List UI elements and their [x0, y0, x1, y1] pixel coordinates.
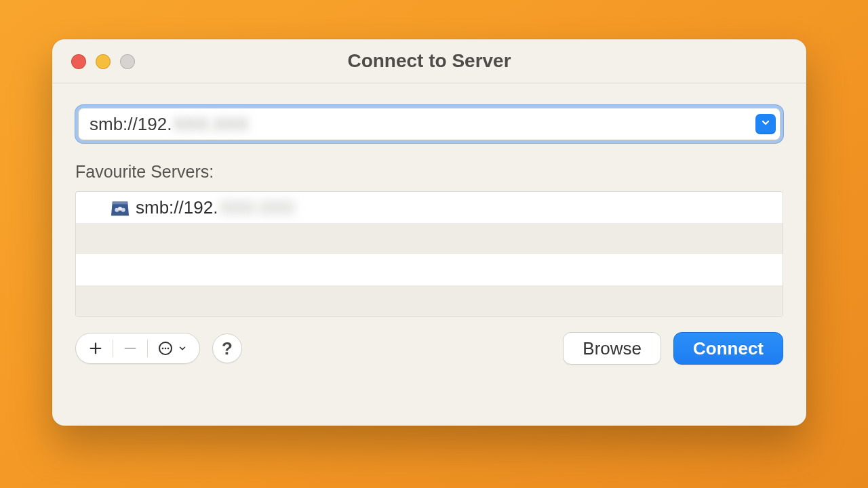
favourite-server-row-empty — [76, 285, 783, 317]
svg-point-8 — [165, 348, 167, 350]
server-address-prefix: smb://192. — [90, 114, 172, 134]
favourite-server-address: smb://192.XXX.XXX — [136, 197, 295, 218]
list-actions-group — [75, 333, 200, 364]
window-title: Connect to Server — [52, 50, 806, 72]
favourite-servers-list: smb://192.XXX.XXX — [75, 191, 783, 317]
footer-toolbar: ? Browse Connect — [75, 332, 783, 365]
favourite-server-row-empty — [76, 254, 783, 285]
server-address-value: smb://192.XXX.XXX — [90, 114, 249, 135]
server-address-obscured: XXX.XXX — [172, 114, 248, 135]
help-button[interactable]: ? — [212, 333, 242, 363]
chevron-down-icon — [760, 117, 771, 131]
svg-point-7 — [162, 348, 164, 350]
remove-favourite-button[interactable] — [123, 333, 138, 363]
connect-to-server-window: Connect to Server smb://192.XXX.XXX Favo… — [52, 39, 806, 426]
server-address-combobox[interactable]: smb://192.XXX.XXX — [78, 108, 781, 140]
titlebar: Connect to Server — [52, 39, 806, 83]
add-favourite-button[interactable] — [88, 333, 103, 363]
window-controls — [71, 54, 135, 69]
minus-icon — [123, 341, 138, 356]
server-icon — [110, 198, 130, 217]
zoom-window-button[interactable] — [120, 54, 135, 69]
favourite-server-row-empty — [76, 223, 783, 254]
favourite-server-obscured: XXX.XXX — [218, 197, 294, 218]
divider — [147, 340, 148, 357]
content-area: smb://192.XXX.XXX Favourite Servers: — [52, 83, 806, 426]
server-address-focus-ring: smb://192.XXX.XXX — [75, 105, 783, 143]
more-actions-button[interactable] — [157, 333, 187, 363]
history-dropdown-button[interactable] — [755, 114, 776, 134]
svg-point-2 — [118, 207, 122, 211]
ellipsis-circle-icon — [157, 340, 187, 357]
divider — [113, 340, 113, 357]
svg-point-9 — [167, 348, 170, 350]
connect-button[interactable]: Connect — [673, 332, 783, 365]
minimize-window-button[interactable] — [96, 54, 111, 69]
favourite-server-row[interactable]: smb://192.XXX.XXX — [76, 192, 783, 223]
close-window-button[interactable] — [71, 54, 86, 69]
question-mark-icon: ? — [222, 338, 233, 359]
favourites-label: Favourite Servers: — [75, 162, 783, 182]
browse-button[interactable]: Browse — [563, 332, 661, 365]
plus-icon — [88, 341, 103, 356]
favourite-server-prefix: smb://192. — [136, 197, 218, 218]
